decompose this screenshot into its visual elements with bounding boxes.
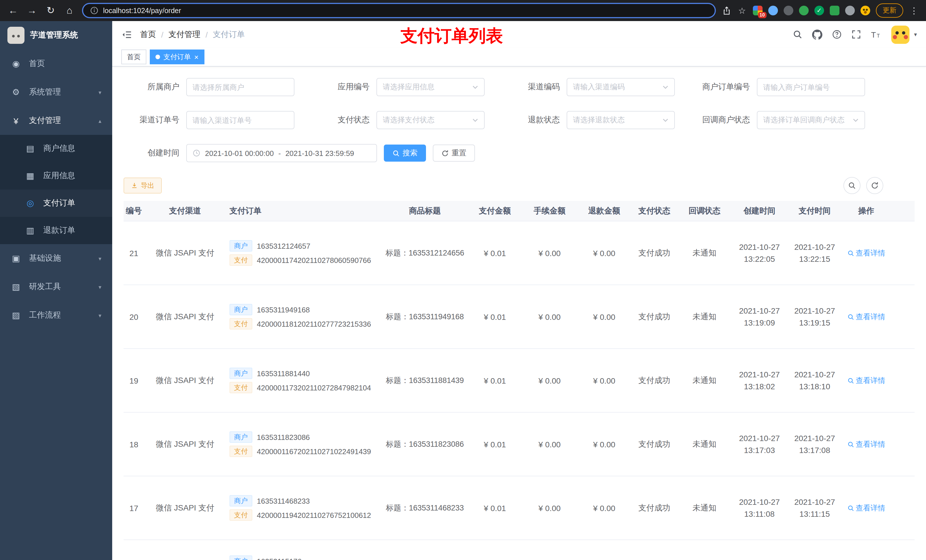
pay-status: 支付成功: [632, 248, 677, 258]
sidebar-item-pay-order[interactable]: ◎ 支付订单: [0, 190, 112, 217]
pay-tag: 支付: [230, 318, 252, 329]
sidebar-item-label: 基础设施: [29, 253, 61, 264]
table-header-row: 编号 支付渠道 支付订单 商品标题 支付金额 手续金额 退款金额 支付状态 回调…: [124, 201, 915, 221]
document-icon: ▥: [25, 225, 35, 235]
refresh-table-button[interactable]: [866, 177, 883, 194]
tab-home[interactable]: 首页: [121, 50, 146, 64]
help-icon[interactable]: [832, 30, 842, 39]
sidebar-item-merchant-info[interactable]: ▤ 商户信息: [0, 135, 112, 162]
fullscreen-icon[interactable]: [851, 30, 861, 39]
extension-green-icon[interactable]: [799, 6, 809, 15]
view-detail-link[interactable]: 查看详情: [847, 248, 885, 258]
button-label: 导出: [141, 181, 154, 190]
extension-palette-icon[interactable]: 10: [753, 6, 763, 15]
column-header: 回调状态: [677, 206, 732, 216]
select-placeholder: 请选择订单回调商户状态: [763, 115, 844, 125]
select-placeholder: 请输入渠道编码: [573, 82, 625, 92]
search-icon: [847, 441, 854, 448]
sidebar-item-home[interactable]: ◉ 首页: [0, 50, 112, 78]
avatar[interactable]: [891, 25, 909, 44]
chevron-down-icon: [662, 117, 669, 123]
create-time-range-picker[interactable]: 2021-10-01 00:00:00 - 2021-10-31 23:59:5…: [186, 144, 377, 162]
app-no-select[interactable]: 请选择应用信息: [377, 78, 485, 96]
pay-status-select[interactable]: 请选择支付状态: [377, 111, 485, 129]
browser-forward-icon[interactable]: →: [26, 6, 38, 15]
pay-tag: 支付: [230, 509, 252, 521]
search-button[interactable]: 搜索: [384, 145, 426, 162]
browser-back-icon[interactable]: ←: [7, 6, 20, 15]
browser-update-button[interactable]: 更新: [876, 3, 903, 18]
font-size-icon[interactable]: [871, 30, 882, 39]
filter-label: 渠道编码: [504, 82, 560, 92]
merchant-tag: 商户: [230, 432, 252, 443]
chevron-down-icon: ▾: [98, 255, 101, 261]
refund-status-select[interactable]: 请选择退款状态: [567, 111, 675, 129]
sidebar-fold-icon[interactable]: [121, 30, 132, 39]
browser-home-icon[interactable]: ⌂: [63, 6, 76, 15]
github-icon[interactable]: [812, 29, 822, 39]
pay-order-no: 4200001167202110271022491439: [257, 447, 371, 456]
sidebar-item-refund-order[interactable]: ▥ 退款订单: [0, 217, 112, 244]
search-icon[interactable]: [793, 30, 802, 39]
close-icon[interactable]: ×: [194, 53, 198, 60]
sidebar-item-payment[interactable]: ¥ 支付管理 ▴: [0, 106, 112, 135]
view-detail-link[interactable]: 查看详情: [847, 375, 885, 386]
view-detail-link[interactable]: 查看详情: [847, 503, 885, 513]
monitor-icon: ▣: [11, 253, 21, 264]
channel-code-select[interactable]: 请输入渠道编码: [567, 78, 675, 96]
extension-dark-icon[interactable]: [784, 6, 793, 15]
column-header: 支付金额: [468, 206, 522, 216]
view-detail-link[interactable]: 查看详情: [847, 312, 885, 322]
page-content: 所属商户 应用编号 请选择应用信息 渠道编码: [112, 66, 926, 560]
sidebar-item-workflow[interactable]: ▨ 工作流程 ▾: [0, 301, 112, 329]
chevron-down-icon: ▾: [98, 89, 101, 95]
logo[interactable]: 芋道管理系统: [0, 21, 112, 50]
view-detail-link[interactable]: 查看详情: [847, 439, 885, 449]
chevron-up-icon: ▴: [98, 118, 101, 124]
sidebar-item-infra[interactable]: ▣ 基础设施 ▾: [0, 244, 112, 273]
sidebar-item-label: 退款订单: [43, 225, 75, 235]
browser-menu-icon[interactable]: ⋮: [909, 6, 919, 15]
sidebar-item-system[interactable]: ⚙ 系统管理 ▾: [0, 78, 112, 106]
bookmark-star-icon[interactable]: ☆: [737, 6, 747, 15]
search-icon: [847, 377, 854, 384]
column-header: 操作: [842, 206, 890, 216]
merchant-filter-input[interactable]: [192, 83, 288, 91]
sidebar-item-devtools[interactable]: ▧ 研发工具 ▾: [0, 273, 112, 301]
extension-chat-icon[interactable]: [830, 6, 840, 15]
reset-button[interactable]: 重置: [433, 145, 475, 162]
pay-status: 支付成功: [632, 312, 677, 322]
browser-toolbar: ← → ↻ ⌂ localhost:1024/pay/order ☆ 10 ✓ …: [0, 0, 926, 21]
address-bar[interactable]: localhost:1024/pay/order: [82, 3, 716, 18]
share-icon[interactable]: [722, 6, 731, 15]
chevron-down-icon: [472, 117, 478, 123]
channel-order-no-input[interactable]: [192, 116, 288, 124]
column-header: 支付渠道: [144, 206, 226, 216]
column-header: 支付状态: [632, 206, 677, 216]
merchant-order-no: 1635311949168: [257, 305, 310, 314]
extension-drop-icon[interactable]: [768, 6, 778, 15]
notify-status: 未通知: [677, 439, 732, 449]
profile-emoji-icon[interactable]: [861, 6, 870, 15]
merchant-order-no-input[interactable]: [763, 83, 859, 91]
table-row: 19 微信 JSAPI 支付 商户1635311881440 支付4200001…: [124, 349, 915, 413]
filter-label: 回调商户状态: [694, 115, 750, 125]
notify-status-select[interactable]: 请选择订单回调商户状态: [757, 111, 865, 129]
column-header: 商品标题: [382, 206, 468, 216]
browser-reload-icon[interactable]: ↻: [44, 6, 57, 15]
breadcrumb-payment[interactable]: 支付管理: [169, 29, 200, 39]
tool-icon: ▧: [11, 282, 21, 292]
site-info-icon[interactable]: [90, 6, 98, 15]
extension-pin-icon[interactable]: [845, 6, 855, 15]
active-tab-dot: [156, 54, 160, 59]
sidebar-item-app-info[interactable]: ▦ 应用信息: [0, 162, 112, 190]
breadcrumb-home[interactable]: 首页: [140, 29, 156, 39]
merchant-tag: 商户: [230, 368, 252, 379]
toggle-search-button[interactable]: [843, 177, 861, 194]
tab-pay-order[interactable]: 支付订单 ×: [150, 50, 204, 64]
extension-badge: 10: [758, 12, 767, 18]
extension-check-icon[interactable]: ✓: [814, 6, 824, 15]
button-label: 重置: [452, 148, 466, 158]
export-button[interactable]: 导出: [124, 178, 162, 193]
avatar-caret-icon[interactable]: ▾: [914, 31, 917, 38]
